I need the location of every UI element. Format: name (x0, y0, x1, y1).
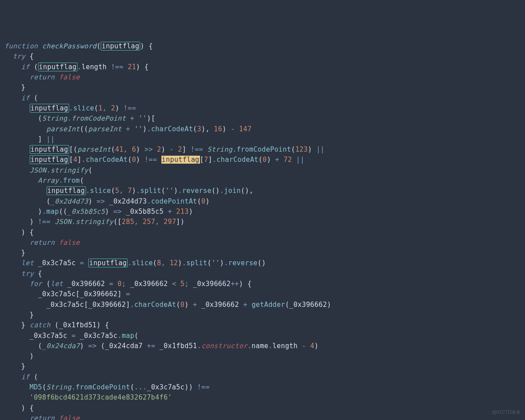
keyword-function: function (4, 42, 38, 50)
keyword-try: try (13, 52, 25, 60)
var-highlight: inputflag (38, 63, 78, 71)
param-highlight: inputflag (101, 42, 140, 51)
selected-text: inputflag (161, 156, 200, 164)
function-name: checkPassword (42, 42, 97, 50)
watermark: @51CTO博客 (492, 407, 521, 417)
code-editor[interactable]: function checkPassword(inputflag) { try … (4, 41, 525, 420)
